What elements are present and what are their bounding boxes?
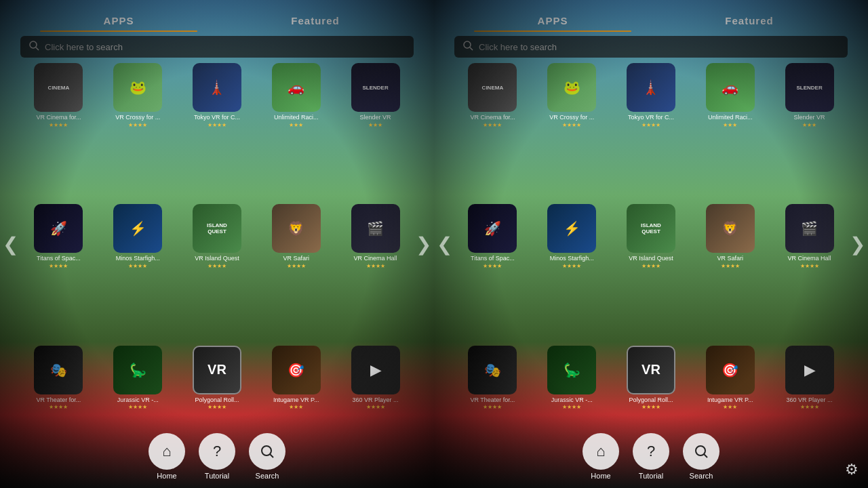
app-stars: ★★★★ <box>128 263 147 269</box>
app-name: Polygonal Roll... <box>629 396 673 404</box>
svg-point-2 <box>262 446 271 455</box>
tutorial-icon-right: ? <box>633 433 669 470</box>
app-icon: 🦁 <box>706 204 755 253</box>
app-name: VR Crossy for ... <box>549 114 594 121</box>
search-label-left: Search <box>256 472 279 480</box>
app-stars: ★★★★ <box>128 122 147 128</box>
app-name: VR Island Quest <box>195 255 239 262</box>
search-label-right: Search <box>690 472 713 480</box>
app-stars: ★★★★ <box>49 404 68 410</box>
app-icon: 🎭 <box>468 346 517 394</box>
app-icon: 🦁 <box>272 204 321 253</box>
tutorial-button-left[interactable]: ? Tutorial <box>199 433 235 480</box>
app-item[interactable]: 🗼Tokyo VR for C...★★★★ <box>179 63 256 200</box>
app-stars: ★★★★ <box>642 263 660 269</box>
app-icon: CINEMA <box>468 63 517 112</box>
tutorial-label-left: Tutorial <box>205 472 229 480</box>
home-icon-right: ⌂ <box>583 433 619 470</box>
app-stars: ★★★★ <box>366 404 385 410</box>
app-name: VR Safari <box>717 255 744 262</box>
app-stars: ★★★★ <box>208 263 226 269</box>
app-item[interactable]: 🐸VR Crossy for ...★★★★ <box>534 63 610 200</box>
app-stars: ★★★ <box>723 122 737 128</box>
app-item[interactable]: CINEMAVR Cinema for...★★★★ <box>20 63 97 200</box>
app-item[interactable]: SLENDERSlender VR★★★ <box>337 63 414 200</box>
svg-line-5 <box>470 47 473 50</box>
app-item[interactable]: 🎬VR Cinema Hall★★★★ <box>337 204 414 341</box>
tab-featured-right[interactable]: Featured <box>651 11 848 32</box>
app-stars: ★★★★ <box>208 122 226 128</box>
app-icon: 🚀 <box>468 204 517 253</box>
app-icon: 🎭 <box>34 346 83 394</box>
app-icon: ISLAND QUEST <box>193 204 241 253</box>
app-item[interactable]: CINEMAVR Cinema for...★★★★ <box>454 63 531 200</box>
app-icon: SLENDER <box>351 63 400 112</box>
app-name: Minos Starfigh... <box>550 255 594 262</box>
nav-arrow-right-left[interactable]: ❯ <box>416 233 431 256</box>
tab-featured-left[interactable]: Featured <box>217 11 414 32</box>
app-name: Slender VR <box>794 114 825 121</box>
app-item[interactable]: ISLAND QUESTVR Island Quest★★★★ <box>613 204 690 341</box>
app-item[interactable]: 🗼Tokyo VR for C...★★★★ <box>613 63 690 200</box>
home-button-right[interactable]: ⌂ Home <box>583 433 619 480</box>
svg-line-1 <box>36 47 39 50</box>
app-icon: ⚡ <box>547 204 596 253</box>
app-item[interactable]: SLENDERSlender VR★★★ <box>771 63 848 200</box>
nav-arrow-left-right[interactable]: ❮ <box>437 233 452 256</box>
search-button-right[interactable]: Search <box>683 433 719 480</box>
left-panel-content: APPS Featured Click here to search CINEM… <box>0 0 434 488</box>
app-item[interactable]: 🚀Titans of Spac...★★★★ <box>20 204 97 341</box>
app-icon: 🎯 <box>272 346 321 394</box>
app-stars: ★★★★ <box>49 122 68 128</box>
app-item[interactable]: 🦁VR Safari★★★★ <box>692 204 768 341</box>
app-grid-right: CINEMAVR Cinema for...★★★★🐸VR Crossy for… <box>454 63 848 483</box>
app-stars: ★★★ <box>723 404 737 410</box>
search-placeholder-left: Click here to search <box>45 42 123 52</box>
app-stars: ★★★ <box>289 404 303 410</box>
nav-arrow-right-right[interactable]: ❯ <box>850 233 865 256</box>
app-item[interactable]: ⚡Minos Starfigh...★★★★ <box>534 204 610 341</box>
svg-point-6 <box>696 446 705 455</box>
search-bar-left[interactable]: Click here to search <box>20 36 414 58</box>
tab-bar-right: APPS Featured <box>454 5 848 32</box>
app-name: Titans of Spac... <box>471 255 515 262</box>
app-icon: 🐸 <box>113 63 162 112</box>
app-icon: ▶ <box>351 346 400 394</box>
app-item[interactable]: ⚡Minos Starfigh...★★★★ <box>100 204 176 341</box>
search-bar-right[interactable]: Click here to search <box>454 36 848 58</box>
nav-arrow-left-left[interactable]: ❮ <box>3 233 18 256</box>
app-name: Tokyo VR for C... <box>194 114 240 121</box>
tab-apps-left[interactable]: APPS <box>20 11 217 32</box>
app-item[interactable]: 🚗Unlimited Raci...★★★ <box>692 63 768 200</box>
home-label-left: Home <box>157 472 176 480</box>
app-stars: ★★★★ <box>483 404 502 410</box>
tab-apps-right[interactable]: APPS <box>454 11 651 32</box>
app-name: 360 VR Player ... <box>353 396 399 404</box>
app-item[interactable]: 🦁VR Safari★★★★ <box>258 204 334 341</box>
app-name: Titans of Spac... <box>37 255 81 262</box>
right-vr-panel: APPS Featured Click here to search CINEM… <box>434 0 868 488</box>
home-button-left[interactable]: ⌂ Home <box>149 433 185 480</box>
app-icon: 🚀 <box>34 204 83 253</box>
app-name: VR Cinema Hall <box>354 255 397 262</box>
app-item[interactable]: ISLAND QUESTVR Island Quest★★★★ <box>179 204 256 341</box>
tutorial-button-right[interactable]: ? Tutorial <box>633 433 669 480</box>
app-icon: 🚗 <box>272 63 321 112</box>
app-item[interactable]: 🎬VR Cinema Hall★★★★ <box>771 204 848 341</box>
home-icon-left: ⌂ <box>149 433 185 470</box>
tutorial-label-right: Tutorial <box>639 472 663 480</box>
app-name: Unlimited Raci... <box>274 114 319 121</box>
tab-bar-left: APPS Featured <box>20 5 414 32</box>
app-item[interactable]: 🚗Unlimited Raci...★★★ <box>258 63 334 200</box>
app-name: VR Cinema for... <box>36 114 81 121</box>
app-name: VR Crossy for ... <box>115 114 160 121</box>
app-icon: SLENDER <box>785 63 834 112</box>
app-stars: ★★★★ <box>800 263 819 269</box>
settings-icon[interactable]: ⚙ <box>845 461 859 479</box>
app-icon: 🗼 <box>193 63 241 112</box>
app-icon: 🎬 <box>785 204 834 253</box>
svg-point-4 <box>464 41 471 48</box>
app-item[interactable]: 🐸VR Crossy for ...★★★★ <box>100 63 176 200</box>
search-button-left[interactable]: Search <box>249 433 285 480</box>
app-item[interactable]: 🚀Titans of Spac...★★★★ <box>454 204 531 341</box>
